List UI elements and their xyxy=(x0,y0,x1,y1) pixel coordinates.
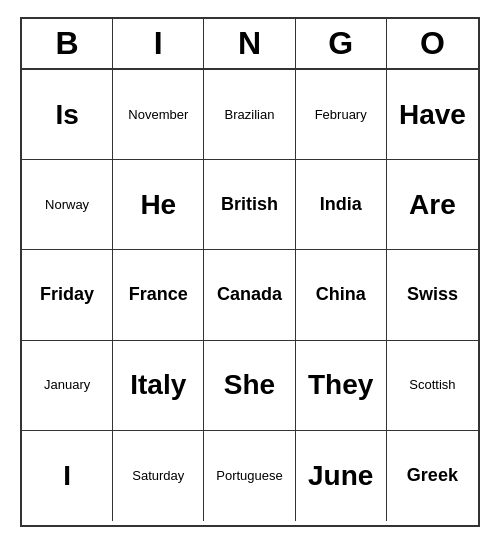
cell-text-2-1: France xyxy=(129,284,188,306)
cell-text-4-1: Saturday xyxy=(132,468,184,484)
header-letter-o: O xyxy=(387,19,478,68)
cell-text-4-3: June xyxy=(308,459,373,493)
cell-text-1-2: British xyxy=(221,194,278,216)
bingo-cell-2-3: China xyxy=(296,250,387,340)
bingo-cell-4-4: Greek xyxy=(387,431,478,521)
cell-text-3-4: Scottish xyxy=(409,377,455,393)
bingo-cell-1-0: Norway xyxy=(22,160,113,250)
cell-text-3-2: She xyxy=(224,368,275,402)
cell-text-2-4: Swiss xyxy=(407,284,458,306)
bingo-cell-2-4: Swiss xyxy=(387,250,478,340)
bingo-cell-2-1: France xyxy=(113,250,204,340)
cell-text-2-0: Friday xyxy=(40,284,94,306)
bingo-header: BINGO xyxy=(22,19,478,70)
cell-text-1-0: Norway xyxy=(45,197,89,213)
bingo-cell-1-2: British xyxy=(204,160,295,250)
cell-text-2-3: China xyxy=(316,284,366,306)
bingo-cell-4-0: I xyxy=(22,431,113,521)
bingo-cell-4-1: Saturday xyxy=(113,431,204,521)
bingo-cell-2-2: Canada xyxy=(204,250,295,340)
bingo-cell-4-3: June xyxy=(296,431,387,521)
cell-text-4-2: Portuguese xyxy=(216,468,283,484)
bingo-cell-1-4: Are xyxy=(387,160,478,250)
cell-text-3-3: They xyxy=(308,368,373,402)
bingo-cell-3-1: Italy xyxy=(113,341,204,431)
cell-text-0-1: November xyxy=(128,107,188,123)
header-letter-n: N xyxy=(204,19,295,68)
bingo-cell-0-1: November xyxy=(113,70,204,160)
bingo-cell-2-0: Friday xyxy=(22,250,113,340)
header-letter-b: B xyxy=(22,19,113,68)
bingo-cell-0-3: February xyxy=(296,70,387,160)
cell-text-3-1: Italy xyxy=(130,368,186,402)
cell-text-0-4: Have xyxy=(399,98,466,132)
cell-text-1-1: He xyxy=(140,188,176,222)
cell-text-4-0: I xyxy=(63,459,71,493)
bingo-cell-3-4: Scottish xyxy=(387,341,478,431)
cell-text-4-4: Greek xyxy=(407,465,458,487)
cell-text-3-0: January xyxy=(44,377,90,393)
bingo-cell-3-3: They xyxy=(296,341,387,431)
bingo-cell-1-1: He xyxy=(113,160,204,250)
bingo-cell-3-2: She xyxy=(204,341,295,431)
bingo-cell-0-0: Is xyxy=(22,70,113,160)
cell-text-0-3: February xyxy=(315,107,367,123)
cell-text-2-2: Canada xyxy=(217,284,282,306)
bingo-card: BINGO IsNovemberBrazilianFebruaryHaveNor… xyxy=(20,17,480,527)
bingo-cell-1-3: India xyxy=(296,160,387,250)
bingo-cell-4-2: Portuguese xyxy=(204,431,295,521)
cell-text-0-0: Is xyxy=(55,98,78,132)
bingo-cell-0-2: Brazilian xyxy=(204,70,295,160)
header-letter-g: G xyxy=(296,19,387,68)
cell-text-1-3: India xyxy=(320,194,362,216)
header-letter-i: I xyxy=(113,19,204,68)
cell-text-1-4: Are xyxy=(409,188,456,222)
bingo-cell-3-0: January xyxy=(22,341,113,431)
bingo-cell-0-4: Have xyxy=(387,70,478,160)
bingo-grid: IsNovemberBrazilianFebruaryHaveNorwayHeB… xyxy=(22,70,478,521)
cell-text-0-2: Brazilian xyxy=(225,107,275,123)
